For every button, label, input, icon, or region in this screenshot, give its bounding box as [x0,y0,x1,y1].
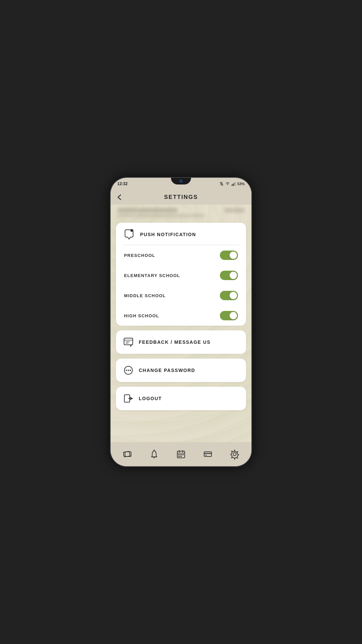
svg-rect-27 [180,456,182,457]
feedback-menu-item[interactable]: FEEDBACK / MESSAGE US [116,330,246,354]
status-right: 53% [219,181,245,186]
user-name-blurred [117,208,178,213]
svg-line-0 [220,182,223,185]
svg-rect-25 [182,454,184,455]
push-notif-icon [123,228,135,241]
push-notif-label: PUSH NOTIFICATION [140,232,196,237]
logout-card[interactable]: LOGOUT [116,387,246,410]
card-payment-icon [203,449,213,459]
high-label: HIGH SCHOOL [124,313,159,318]
svg-rect-26 [178,456,180,457]
bell-icon [149,449,159,459]
svg-rect-16 [123,451,130,457]
svg-rect-6 [124,338,133,345]
status-time: 12:32 [117,181,128,186]
gear-icon [230,449,240,459]
change-password-icon [123,365,134,376]
svg-rect-30 [205,455,207,455]
svg-point-31 [233,453,236,456]
toggle-row-middle: MIDDLE SCHOOL [116,285,246,306]
svg-rect-28 [204,452,212,457]
feedback-icon [123,336,134,348]
page-title: SETTINGS [164,194,198,201]
feedback-card[interactable]: FEEDBACK / MESSAGE US [116,330,246,354]
mute-icon [219,181,224,186]
dots-circle-icon [123,365,134,376]
front-camera [179,179,183,183]
svg-rect-24 [180,454,182,455]
change-password-menu-item[interactable]: CHANGE PASSWORD [116,359,246,382]
svg-point-13 [130,370,131,371]
wifi-icon [225,181,230,186]
cards-icon [122,449,132,459]
back-button[interactable] [116,194,123,201]
status-bar: 12:32 53% [111,178,251,190]
calendar-icon [176,449,186,459]
svg-point-11 [126,370,127,371]
change-password-card[interactable]: CHANGE PASSWORD [116,359,246,382]
back-arrow-icon [116,194,123,201]
nav-item-calendar[interactable] [168,442,194,466]
top-nav: SETTINGS [111,190,251,205]
push-notif-header: PUSH NOTIFICATION [116,223,246,245]
message-feedback-icon [123,337,134,347]
high-toggle[interactable] [220,311,238,320]
calendar-nav-icon [176,449,186,460]
notch [171,178,191,184]
card-payment-nav-icon [202,449,213,460]
user-right-blurred [225,208,245,213]
toggle-row-elementary: ELEMENTARY SCHOOL [116,265,246,285]
preschool-label: PRESCHOOL [124,253,155,258]
chat-bubble-icon [123,228,135,240]
elementary-label: ELEMENTARY SCHOOL [124,273,180,278]
user-info-row [111,205,251,219]
battery-level: 53% [237,182,245,186]
middle-label: MIDDLE SCHOOL [124,293,166,298]
signal-icon [231,181,236,186]
screen: SETTINGS PUSH NOTIFICATION [111,190,251,466]
svg-rect-2 [233,183,234,186]
svg-rect-1 [232,184,233,186]
content-scroll: PUSH NOTIFICATION PRESCHOOL ELEMENTARY S… [111,219,251,442]
cards-nav-icon [122,449,133,460]
logout-arrow-icon [123,393,134,404]
svg-point-5 [130,229,133,232]
nav-item-bell[interactable] [141,442,168,466]
settings-nav-icon [229,449,240,460]
bell-nav-icon [149,449,160,460]
nav-item-card-payment[interactable] [194,442,221,466]
push-notification-card: PUSH NOTIFICATION PRESCHOOL ELEMENTARY S… [116,223,246,326]
toggle-row-high: HIGH SCHOOL [116,306,246,326]
bottom-nav [111,442,251,466]
svg-rect-3 [234,182,235,186]
preschool-toggle[interactable] [220,251,238,260]
feedback-label: FEEDBACK / MESSAGE US [139,339,210,345]
logout-menu-item[interactable]: LOGOUT [116,387,246,410]
svg-rect-4 [235,182,236,186]
svg-point-12 [128,370,129,371]
nav-item-cards[interactable] [114,442,141,466]
toggle-row-preschool: PRESCHOOL [116,245,246,265]
logout-label: LOGOUT [139,396,162,401]
middle-toggle[interactable] [220,291,238,300]
logout-icon [123,393,134,404]
change-password-label: CHANGE PASSWORD [139,368,195,373]
nav-item-settings[interactable] [221,442,248,466]
svg-rect-23 [178,454,180,455]
user-id-blurred [117,214,204,217]
elementary-toggle[interactable] [220,271,238,280]
